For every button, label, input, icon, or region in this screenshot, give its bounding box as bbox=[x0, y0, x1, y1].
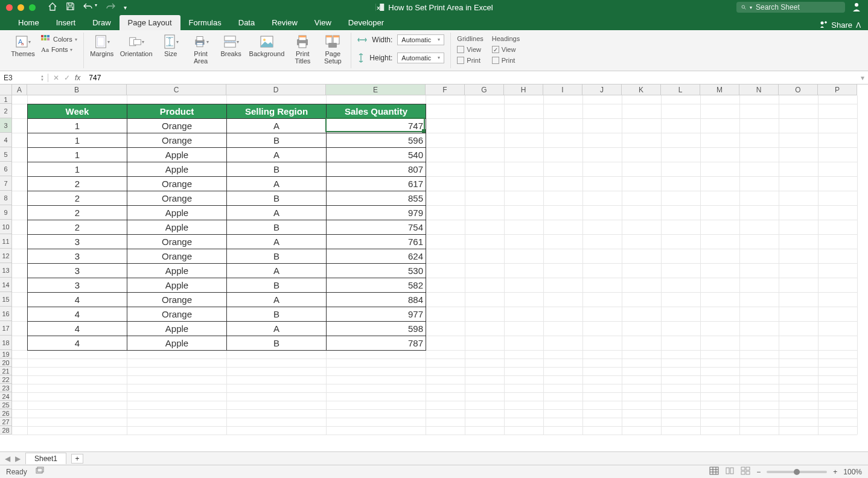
collapse-ribbon-icon[interactable]: ᐱ bbox=[856, 21, 861, 30]
row-header-24[interactable]: 24 bbox=[0, 392, 12, 401]
table-cell[interactable]: A bbox=[227, 119, 327, 133]
row-header-27[interactable]: 27 bbox=[0, 418, 12, 426]
row-header-23[interactable]: 23 bbox=[0, 384, 12, 392]
table-cell[interactable]: 807 bbox=[327, 162, 426, 177]
page-break-view-icon[interactable] bbox=[741, 467, 750, 477]
themes-button[interactable]: Aa▾ Themes bbox=[11, 35, 35, 57]
table-cell[interactable]: Orange bbox=[127, 191, 227, 206]
column-header-B[interactable]: B bbox=[27, 84, 127, 95]
table-cell[interactable]: 884 bbox=[327, 293, 426, 307]
table-cell[interactable]: A bbox=[227, 235, 327, 249]
macro-record-icon[interactable] bbox=[36, 467, 45, 477]
zoom-in-button[interactable]: + bbox=[833, 468, 837, 476]
table-cell[interactable]: B bbox=[227, 278, 327, 293]
row-header-8[interactable]: 8 bbox=[0, 191, 12, 205]
table-cell[interactable]: Apple bbox=[127, 322, 227, 336]
table-cell[interactable]: 1 bbox=[28, 148, 127, 162]
close-window-icon[interactable] bbox=[6, 4, 13, 11]
table-cell[interactable]: Apple bbox=[127, 264, 227, 278]
width-select[interactable]: Automatic▾ bbox=[397, 34, 444, 45]
row-header-12[interactable]: 12 bbox=[0, 249, 12, 263]
column-header-K[interactable]: K bbox=[622, 84, 661, 95]
row-header-3[interactable]: 3 bbox=[0, 118, 12, 133]
table-cell[interactable]: 754 bbox=[327, 220, 426, 235]
table-cell[interactable]: Orange bbox=[127, 307, 227, 322]
namebox-down-icon[interactable]: ▼ bbox=[40, 78, 44, 81]
table-cell[interactable]: 4 bbox=[28, 336, 127, 351]
table-cell[interactable]: B bbox=[227, 162, 327, 177]
row-header-20[interactable]: 20 bbox=[0, 358, 12, 367]
column-header-J[interactable]: J bbox=[582, 84, 622, 95]
column-header-P[interactable]: P bbox=[818, 84, 857, 95]
table-cell[interactable]: 787 bbox=[327, 336, 426, 351]
tab-developer[interactable]: Developer bbox=[340, 15, 392, 30]
tab-page-layout[interactable]: Page Layout bbox=[120, 15, 180, 30]
table-cell[interactable]: Orange bbox=[127, 133, 227, 148]
tab-data[interactable]: Data bbox=[230, 15, 263, 30]
row-header-25[interactable]: 25 bbox=[0, 401, 12, 409]
share-button[interactable]: Share bbox=[831, 21, 852, 30]
table-cell[interactable]: Orange bbox=[127, 249, 227, 264]
row-header-9[interactable]: 9 bbox=[0, 205, 12, 220]
table-cell[interactable]: B bbox=[227, 307, 327, 322]
table-cell[interactable]: 624 bbox=[327, 249, 426, 264]
expand-formula-bar-icon[interactable]: ▾ bbox=[857, 74, 868, 82]
table-cell[interactable]: 2 bbox=[28, 206, 127, 220]
user-account-icon[interactable] bbox=[851, 1, 862, 14]
table-cell[interactable]: 3 bbox=[28, 264, 127, 278]
column-header-O[interactable]: O bbox=[779, 84, 818, 95]
column-header-N[interactable]: N bbox=[739, 84, 779, 95]
name-box[interactable]: E3 ▲▼ bbox=[0, 74, 48, 82]
page-setup-button[interactable]: Page Setup bbox=[321, 35, 345, 65]
search-dropdown-caret[interactable]: ▾ bbox=[750, 5, 752, 10]
table-cell[interactable]: A bbox=[227, 206, 327, 220]
column-header-H[interactable]: H bbox=[504, 84, 543, 95]
worksheet-grid[interactable]: ABCDEFGHIJKLMNOP 12345678910111213141516… bbox=[0, 84, 868, 451]
fx-icon[interactable]: fx bbox=[75, 74, 80, 82]
table-cell[interactable]: A bbox=[227, 177, 327, 191]
cancel-formula-icon[interactable]: ✕ bbox=[53, 74, 59, 82]
print-area-button[interactable]: ▾ Print Area bbox=[189, 35, 213, 65]
home-icon[interactable] bbox=[48, 2, 57, 13]
table-cell[interactable]: 596 bbox=[327, 133, 426, 148]
table-header[interactable]: Product bbox=[127, 104, 227, 119]
table-cell[interactable]: 979 bbox=[327, 206, 426, 220]
table-cell[interactable]: 617 bbox=[327, 177, 426, 191]
page-layout-view-icon[interactable] bbox=[725, 467, 735, 477]
minimize-window-icon[interactable] bbox=[18, 4, 24, 11]
table-cell[interactable]: 761 bbox=[327, 235, 426, 249]
table-cell[interactable]: Apple bbox=[127, 206, 227, 220]
search-input[interactable] bbox=[756, 3, 840, 11]
table-cell[interactable]: 1 bbox=[28, 119, 127, 133]
formula-input[interactable] bbox=[85, 74, 857, 82]
table-cell[interactable]: Apple bbox=[127, 220, 227, 235]
table-cell[interactable]: 2 bbox=[28, 177, 127, 191]
table-cell[interactable]: Apple bbox=[127, 162, 227, 177]
row-header-7[interactable]: 7 bbox=[0, 176, 12, 191]
table-cell[interactable]: 3 bbox=[28, 235, 127, 249]
table-cell[interactable]: 1 bbox=[28, 133, 127, 148]
column-header-I[interactable]: I bbox=[543, 84, 582, 95]
row-header-19[interactable]: 19 bbox=[0, 350, 12, 358]
table-cell[interactable]: Orange bbox=[127, 119, 227, 133]
background-button[interactable]: Background bbox=[249, 35, 285, 57]
row-header-6[interactable]: 6 bbox=[0, 162, 12, 176]
table-cell[interactable]: 747 bbox=[327, 119, 426, 133]
zoom-out-button[interactable]: − bbox=[756, 468, 761, 476]
table-cell[interactable]: Apple bbox=[127, 148, 227, 162]
table-cell[interactable]: 598 bbox=[327, 322, 426, 336]
table-cell[interactable]: B bbox=[227, 220, 327, 235]
table-cell[interactable]: 855 bbox=[327, 191, 426, 206]
table-cell[interactable]: B bbox=[227, 191, 327, 206]
breaks-button[interactable]: ▾ Breaks bbox=[219, 35, 243, 57]
table-header[interactable]: Sales Quantity bbox=[327, 104, 426, 119]
row-header-5[interactable]: 5 bbox=[0, 147, 12, 162]
table-cell[interactable]: 977 bbox=[327, 307, 426, 322]
table-cell[interactable]: Orange bbox=[127, 293, 227, 307]
row-header-13[interactable]: 13 bbox=[0, 263, 12, 278]
row-header-11[interactable]: 11 bbox=[0, 234, 12, 249]
column-header-C[interactable]: C bbox=[127, 84, 226, 95]
table-cell[interactable]: A bbox=[227, 293, 327, 307]
table-cell[interactable]: 4 bbox=[28, 307, 127, 322]
table-cell[interactable]: 1 bbox=[28, 162, 127, 177]
